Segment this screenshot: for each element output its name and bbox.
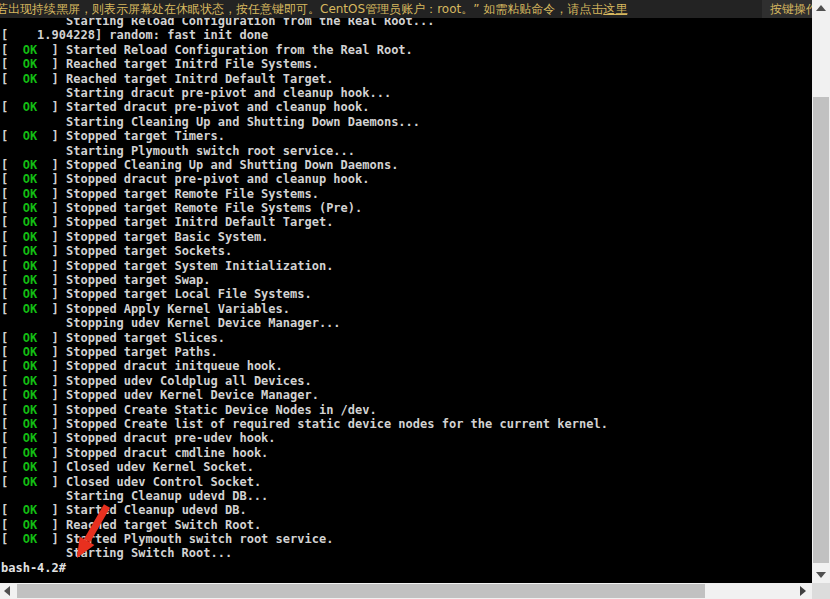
terminal-line: [ OK ] Stopped target Remote File System… <box>1 187 812 201</box>
terminal-line: [ OK ] Reached target Initrd File System… <box>1 57 812 71</box>
vertical-scrollbar[interactable] <box>812 0 830 583</box>
ok-status-tag: OK <box>23 72 37 86</box>
terminal-line: [ OK ] Stopped Apply Kernel Variables. <box>1 302 812 316</box>
ok-status-tag: OK <box>23 273 37 287</box>
terminal-line: Starting Plymouth switch root service... <box>1 144 812 158</box>
scroll-down-button[interactable] <box>812 566 830 582</box>
ok-status-tag: OK <box>23 331 37 345</box>
terminal-line: Starting Cleaning Up and Shutting Down D… <box>1 115 812 129</box>
terminal-line: [ OK ] Stopped Create Static Device Node… <box>1 403 812 417</box>
ok-status-tag: OK <box>23 345 37 359</box>
chevron-down-icon <box>816 572 826 578</box>
ok-status-tag: OK <box>23 302 37 316</box>
ok-status-tag: OK <box>23 403 37 417</box>
chevron-up-icon <box>816 5 826 11</box>
ok-status-tag: OK <box>23 158 37 172</box>
terminal-line: [ OK ] Stopped target Sockets. <box>1 244 812 258</box>
ok-status-tag: OK <box>23 374 37 388</box>
terminal-line: [ OK ] Closed udev Control Socket. <box>1 475 812 489</box>
vertical-scrollbar-thumb[interactable] <box>813 97 829 563</box>
ok-status-tag: OK <box>23 431 37 445</box>
notice-bar: 若出现持续黑屏，则表示屏幕处在休眠状态，按任意键即可。CentOS管理员账户：r… <box>0 0 812 18</box>
terminal-line: [ OK ] Stopped target Timers. <box>1 129 812 143</box>
ok-status-tag: OK <box>23 388 37 402</box>
ok-status-tag: OK <box>23 359 37 373</box>
terminal-line: [ OK ] Stopped target System Initializat… <box>1 259 812 273</box>
terminal-line: [ OK ] Stopped target Slices. <box>1 331 812 345</box>
ok-status-tag: OK <box>23 244 37 258</box>
terminal-line: Starting Cleanup udevd DB... <box>1 489 812 503</box>
terminal-screen[interactable]: Starting Reload Configuration from the R… <box>0 18 812 583</box>
terminal-line: [ OK ] Stopped target Paths. <box>1 345 812 359</box>
terminal-line: [ OK ] Stopped dracut initqueue hook. <box>1 359 812 373</box>
terminal-line: [ OK ] Stopped dracut cmdline hook. <box>1 446 812 460</box>
horizontal-scrollbar-thumb[interactable] <box>17 584 705 598</box>
terminal-line: [ OK ] Reached target Initrd Default Tar… <box>1 72 812 86</box>
paste-command-link[interactable]: 这里 <box>603 2 627 16</box>
terminal-line: [ OK ] Stopped udev Kernel Device Manage… <box>1 388 812 402</box>
ok-status-tag: OK <box>23 201 37 215</box>
terminal-line: Starting Switch Root... <box>1 546 812 560</box>
ok-status-tag: OK <box>23 446 37 460</box>
terminal-line: [ OK ] Stopped udev Coldplug all Devices… <box>1 374 812 388</box>
terminal-line: [ OK ] Started Cleanup udevd DB. <box>1 503 812 517</box>
terminal-line: [ OK ] Stopped target Remote File System… <box>1 201 812 215</box>
ok-status-tag: OK <box>23 172 37 186</box>
key-actions-button[interactable]: 按键操作 <box>762 0 812 18</box>
horizontal-scrollbar[interactable] <box>0 583 812 599</box>
chevron-left-icon <box>4 586 10 596</box>
ok-status-tag: OK <box>23 43 37 57</box>
terminal-line: Stopping udev Kernel Device Manager... <box>1 316 812 330</box>
ok-status-tag: OK <box>23 215 37 229</box>
terminal-line: [ OK ] Stopped target Swap. <box>1 273 812 287</box>
terminal-line: [ OK ] Stopped dracut pre-udev hook. <box>1 431 812 445</box>
terminal-line: [ OK ] Stopped target Basic System. <box>1 230 812 244</box>
ok-status-tag: OK <box>23 187 37 201</box>
terminal-line: [ 1.904228] random: fast init done <box>1 28 812 42</box>
terminal-line: [ OK ] Started dracut pre-pivot and clea… <box>1 100 812 114</box>
ok-status-tag: OK <box>23 57 37 71</box>
terminal-line: [ OK ] Started Plymouth switch root serv… <box>1 532 812 546</box>
ok-status-tag: OK <box>23 460 37 474</box>
shell-prompt: bash-4.2# <box>1 561 812 575</box>
ok-status-tag: OK <box>23 230 37 244</box>
scrollbar-corner <box>812 583 830 599</box>
notice-message: 若出现持续黑屏，则表示屏幕处在休眠状态，按任意键即可。CentOS管理员账户：r… <box>0 0 603 18</box>
terminal-output: Starting Reload Configuration from the R… <box>0 18 812 575</box>
ok-status-tag: OK <box>23 518 37 532</box>
ok-status-tag: OK <box>23 503 37 517</box>
scroll-left-button[interactable] <box>0 583 16 599</box>
terminal-line: [ OK ] Stopped target Local File Systems… <box>1 287 812 301</box>
ok-status-tag: OK <box>23 417 37 431</box>
scroll-right-button[interactable] <box>794 583 810 599</box>
ok-status-tag: OK <box>23 259 37 273</box>
terminal-line: [ OK ] Stopped dracut pre-pivot and clea… <box>1 172 812 186</box>
ok-status-tag: OK <box>23 475 37 489</box>
ok-status-tag: OK <box>23 532 37 546</box>
chevron-right-icon <box>800 586 806 596</box>
terminal-line: [ OK ] Stopped target Initrd Default Tar… <box>1 215 812 229</box>
ok-status-tag: OK <box>23 129 37 143</box>
scroll-up-button[interactable] <box>812 0 830 16</box>
terminal-line: [ OK ] Started Reload Configuration from… <box>1 43 812 57</box>
ok-status-tag: OK <box>23 287 37 301</box>
ok-status-tag: OK <box>23 100 37 114</box>
terminal-line: [ OK ] Reached target Switch Root. <box>1 518 812 532</box>
terminal-line: Starting dracut pre-pivot and cleanup ho… <box>1 86 812 100</box>
terminal-line: Starting Reload Configuration from the R… <box>1 18 812 28</box>
terminal-line: [ OK ] Stopped Cleaning Up and Shutting … <box>1 158 812 172</box>
terminal-line: [ OK ] Closed udev Kernel Socket. <box>1 460 812 474</box>
terminal-line: [ OK ] Stopped Create list of required s… <box>1 417 812 431</box>
